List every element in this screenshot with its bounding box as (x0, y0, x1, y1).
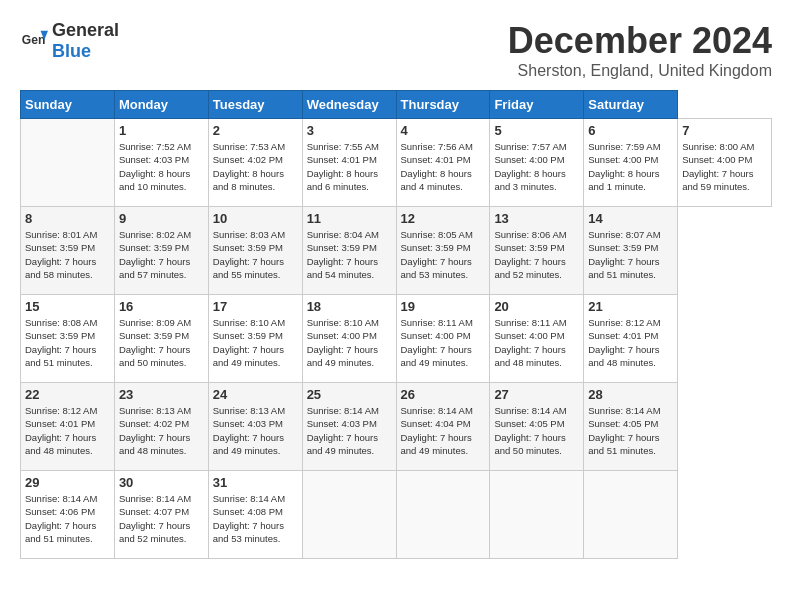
day-number: 24 (213, 387, 298, 402)
calendar-cell (302, 471, 396, 559)
day-info: Sunrise: 8:04 AM Sunset: 3:59 PM Dayligh… (307, 228, 392, 281)
day-info: Sunrise: 8:14 AM Sunset: 4:03 PM Dayligh… (307, 404, 392, 457)
month-year-title: December 2024 (508, 20, 772, 62)
calendar-cell: 23Sunrise: 8:13 AM Sunset: 4:02 PM Dayli… (114, 383, 208, 471)
logo-general-text: General (52, 20, 119, 40)
column-header-thursday: Thursday (396, 91, 490, 119)
calendar-cell: 10Sunrise: 8:03 AM Sunset: 3:59 PM Dayli… (208, 207, 302, 295)
day-number: 23 (119, 387, 204, 402)
day-info: Sunrise: 8:10 AM Sunset: 4:00 PM Dayligh… (307, 316, 392, 369)
calendar-cell: 22Sunrise: 8:12 AM Sunset: 4:01 PM Dayli… (21, 383, 115, 471)
calendar-cell: 17Sunrise: 8:10 AM Sunset: 3:59 PM Dayli… (208, 295, 302, 383)
day-info: Sunrise: 8:09 AM Sunset: 3:59 PM Dayligh… (119, 316, 204, 369)
day-number: 4 (401, 123, 486, 138)
day-info: Sunrise: 8:11 AM Sunset: 4:00 PM Dayligh… (401, 316, 486, 369)
day-number: 26 (401, 387, 486, 402)
calendar-cell (396, 471, 490, 559)
logo-blue-text: Blue (52, 41, 91, 61)
day-info: Sunrise: 8:13 AM Sunset: 4:03 PM Dayligh… (213, 404, 298, 457)
calendar-cell: 4Sunrise: 7:56 AM Sunset: 4:01 PM Daylig… (396, 119, 490, 207)
day-number: 2 (213, 123, 298, 138)
calendar-cell: 8Sunrise: 8:01 AM Sunset: 3:59 PM Daylig… (21, 207, 115, 295)
day-number: 25 (307, 387, 392, 402)
calendar-cell: 6Sunrise: 7:59 AM Sunset: 4:00 PM Daylig… (584, 119, 678, 207)
day-number: 27 (494, 387, 579, 402)
column-header-tuesday: Tuesday (208, 91, 302, 119)
week-row-4: 22Sunrise: 8:12 AM Sunset: 4:01 PM Dayli… (21, 383, 772, 471)
day-info: Sunrise: 8:05 AM Sunset: 3:59 PM Dayligh… (401, 228, 486, 281)
day-number: 9 (119, 211, 204, 226)
calendar-cell: 2Sunrise: 7:53 AM Sunset: 4:02 PM Daylig… (208, 119, 302, 207)
calendar-cell: 25Sunrise: 8:14 AM Sunset: 4:03 PM Dayli… (302, 383, 396, 471)
calendar-cell: 16Sunrise: 8:09 AM Sunset: 3:59 PM Dayli… (114, 295, 208, 383)
calendar-cell: 21Sunrise: 8:12 AM Sunset: 4:01 PM Dayli… (584, 295, 678, 383)
day-number: 1 (119, 123, 204, 138)
day-info: Sunrise: 7:59 AM Sunset: 4:00 PM Dayligh… (588, 140, 673, 193)
day-info: Sunrise: 7:57 AM Sunset: 4:00 PM Dayligh… (494, 140, 579, 193)
day-info: Sunrise: 8:13 AM Sunset: 4:02 PM Dayligh… (119, 404, 204, 457)
column-header-wednesday: Wednesday (302, 91, 396, 119)
day-info: Sunrise: 8:14 AM Sunset: 4:05 PM Dayligh… (494, 404, 579, 457)
day-info: Sunrise: 7:52 AM Sunset: 4:03 PM Dayligh… (119, 140, 204, 193)
day-info: Sunrise: 8:14 AM Sunset: 4:08 PM Dayligh… (213, 492, 298, 545)
day-number: 5 (494, 123, 579, 138)
day-number: 31 (213, 475, 298, 490)
calendar-cell: 19Sunrise: 8:11 AM Sunset: 4:00 PM Dayli… (396, 295, 490, 383)
day-number: 12 (401, 211, 486, 226)
calendar-cell: 30Sunrise: 8:14 AM Sunset: 4:07 PM Dayli… (114, 471, 208, 559)
day-info: Sunrise: 7:56 AM Sunset: 4:01 PM Dayligh… (401, 140, 486, 193)
day-info: Sunrise: 8:03 AM Sunset: 3:59 PM Dayligh… (213, 228, 298, 281)
day-number: 20 (494, 299, 579, 314)
day-info: Sunrise: 8:08 AM Sunset: 3:59 PM Dayligh… (25, 316, 110, 369)
day-number: 29 (25, 475, 110, 490)
week-row-5: 29Sunrise: 8:14 AM Sunset: 4:06 PM Dayli… (21, 471, 772, 559)
day-number: 28 (588, 387, 673, 402)
calendar-cell: 5Sunrise: 7:57 AM Sunset: 4:00 PM Daylig… (490, 119, 584, 207)
day-number: 15 (25, 299, 110, 314)
calendar-cell (584, 471, 678, 559)
location-subtitle: Sherston, England, United Kingdom (508, 62, 772, 80)
calendar-cell (490, 471, 584, 559)
calendar-cell: 20Sunrise: 8:11 AM Sunset: 4:00 PM Dayli… (490, 295, 584, 383)
day-info: Sunrise: 8:11 AM Sunset: 4:00 PM Dayligh… (494, 316, 579, 369)
week-row-1: 1Sunrise: 7:52 AM Sunset: 4:03 PM Daylig… (21, 119, 772, 207)
week-row-2: 8Sunrise: 8:01 AM Sunset: 3:59 PM Daylig… (21, 207, 772, 295)
calendar-cell: 7Sunrise: 8:00 AM Sunset: 4:00 PM Daylig… (678, 119, 772, 207)
logo: Gen General Blue (20, 20, 119, 62)
day-info: Sunrise: 8:10 AM Sunset: 3:59 PM Dayligh… (213, 316, 298, 369)
calendar-table: SundayMondayTuesdayWednesdayThursdayFrid… (20, 90, 772, 559)
day-number: 6 (588, 123, 673, 138)
day-info: Sunrise: 8:01 AM Sunset: 3:59 PM Dayligh… (25, 228, 110, 281)
logo-icon: Gen (20, 27, 48, 55)
column-header-friday: Friday (490, 91, 584, 119)
day-number: 14 (588, 211, 673, 226)
calendar-cell: 26Sunrise: 8:14 AM Sunset: 4:04 PM Dayli… (396, 383, 490, 471)
day-number: 19 (401, 299, 486, 314)
calendar-cell: 24Sunrise: 8:13 AM Sunset: 4:03 PM Dayli… (208, 383, 302, 471)
calendar-cell: 13Sunrise: 8:06 AM Sunset: 3:59 PM Dayli… (490, 207, 584, 295)
calendar-cell: 14Sunrise: 8:07 AM Sunset: 3:59 PM Dayli… (584, 207, 678, 295)
calendar-cell: 3Sunrise: 7:55 AM Sunset: 4:01 PM Daylig… (302, 119, 396, 207)
day-number: 11 (307, 211, 392, 226)
calendar-cell: 15Sunrise: 8:08 AM Sunset: 3:59 PM Dayli… (21, 295, 115, 383)
calendar-cell: 11Sunrise: 8:04 AM Sunset: 3:59 PM Dayli… (302, 207, 396, 295)
column-header-saturday: Saturday (584, 91, 678, 119)
day-number: 22 (25, 387, 110, 402)
calendar-cell: 9Sunrise: 8:02 AM Sunset: 3:59 PM Daylig… (114, 207, 208, 295)
day-number: 8 (25, 211, 110, 226)
title-area: December 2024 Sherston, England, United … (508, 20, 772, 80)
day-number: 7 (682, 123, 767, 138)
calendar-cell: 31Sunrise: 8:14 AM Sunset: 4:08 PM Dayli… (208, 471, 302, 559)
day-info: Sunrise: 7:55 AM Sunset: 4:01 PM Dayligh… (307, 140, 392, 193)
day-number: 10 (213, 211, 298, 226)
calendar-cell: 29Sunrise: 8:14 AM Sunset: 4:06 PM Dayli… (21, 471, 115, 559)
day-info: Sunrise: 7:53 AM Sunset: 4:02 PM Dayligh… (213, 140, 298, 193)
week-row-3: 15Sunrise: 8:08 AM Sunset: 3:59 PM Dayli… (21, 295, 772, 383)
day-info: Sunrise: 8:06 AM Sunset: 3:59 PM Dayligh… (494, 228, 579, 281)
calendar-cell: 18Sunrise: 8:10 AM Sunset: 4:00 PM Dayli… (302, 295, 396, 383)
day-info: Sunrise: 8:00 AM Sunset: 4:00 PM Dayligh… (682, 140, 767, 193)
calendar-cell: 12Sunrise: 8:05 AM Sunset: 3:59 PM Dayli… (396, 207, 490, 295)
day-info: Sunrise: 8:14 AM Sunset: 4:06 PM Dayligh… (25, 492, 110, 545)
day-info: Sunrise: 8:02 AM Sunset: 3:59 PM Dayligh… (119, 228, 204, 281)
day-info: Sunrise: 8:07 AM Sunset: 3:59 PM Dayligh… (588, 228, 673, 281)
